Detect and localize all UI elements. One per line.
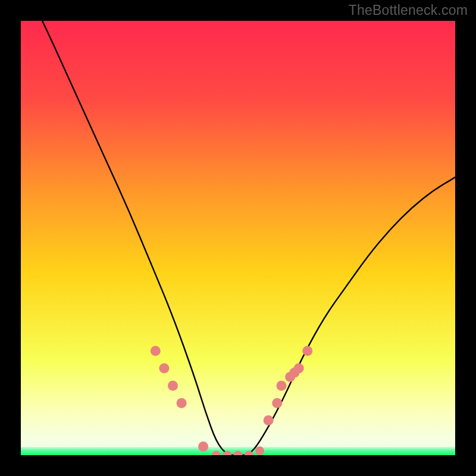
marker-dot <box>264 415 274 425</box>
marker-dot <box>272 398 282 408</box>
marker-dot <box>198 441 208 452</box>
bottleneck-chart-svg <box>21 21 455 455</box>
marker-dot <box>159 364 169 374</box>
marker-dot <box>302 346 312 356</box>
marker-dot <box>177 398 187 408</box>
marker-dot <box>168 381 178 391</box>
marker-dot <box>294 364 304 374</box>
marker-dot <box>277 381 287 391</box>
chart-frame: TheBottleneck.com <box>0 0 476 476</box>
gradient-background <box>21 21 455 455</box>
marker-dot <box>255 446 264 455</box>
watermark-text: TheBottleneck.com <box>349 2 468 18</box>
marker-dot <box>151 346 161 356</box>
plot-area <box>21 21 455 455</box>
